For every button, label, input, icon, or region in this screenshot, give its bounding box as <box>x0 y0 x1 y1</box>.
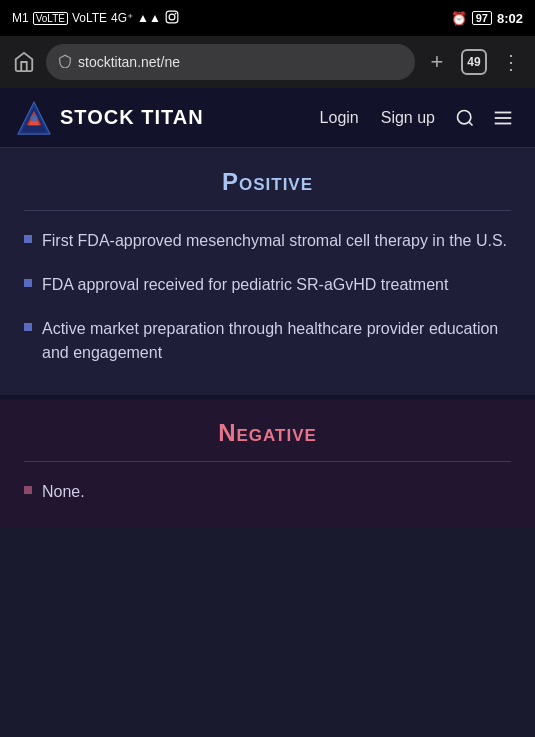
negative-section-title: Negative <box>24 419 511 447</box>
search-button[interactable] <box>449 102 481 134</box>
svg-point-1 <box>169 14 175 20</box>
status-left: M1 VoLTE VoLTE 4G⁺ ▲▲ <box>12 10 179 27</box>
instagram-icon <box>165 10 179 27</box>
shield-icon <box>58 54 72 71</box>
positive-section-title: Positive <box>24 168 511 196</box>
url-text: stocktitan.net/ne <box>78 54 403 70</box>
positive-divider <box>24 210 511 211</box>
list-item: Active market preparation through health… <box>24 317 511 365</box>
bullet-icon <box>24 486 32 494</box>
list-item: None. <box>24 480 511 504</box>
volte-label: VoLTE <box>33 12 68 25</box>
svg-point-6 <box>458 110 471 123</box>
more-menu-button[interactable]: ⋮ <box>497 48 525 76</box>
signal-strength: VoLTE <box>72 11 107 25</box>
positive-list: First FDA-approved mesenchymal stromal c… <box>24 229 511 365</box>
content-area: Positive First FDA-approved mesenchymal … <box>0 148 535 737</box>
bullet-icon <box>24 235 32 243</box>
svg-point-5 <box>30 114 37 121</box>
new-tab-button[interactable]: + <box>423 48 451 76</box>
negative-divider <box>24 461 511 462</box>
list-item: FDA approval received for pediatric SR-a… <box>24 273 511 297</box>
alarm-icon: ⏰ <box>451 11 467 26</box>
status-bar: M1 VoLTE VoLTE 4G⁺ ▲▲ ⏰ 97 8:02 <box>0 0 535 36</box>
logo-icon <box>16 100 52 136</box>
url-bar[interactable]: stocktitan.net/ne <box>46 44 415 80</box>
browser-actions: + 49 ⋮ <box>423 48 525 76</box>
site-header: STOCK TITAN Login Sign up <box>0 88 535 148</box>
positive-section: Positive First FDA-approved mesenchymal … <box>0 148 535 399</box>
negative-item-1: None. <box>42 480 85 504</box>
home-button[interactable] <box>10 48 38 76</box>
negative-list: None. <box>24 480 511 504</box>
login-button[interactable]: Login <box>312 105 367 131</box>
network-gen: 4G⁺ <box>111 11 133 25</box>
negative-section: Negative None. <box>0 399 535 528</box>
positive-item-2: FDA approval received for pediatric SR-a… <box>42 273 448 297</box>
hamburger-menu-button[interactable] <box>487 102 519 134</box>
list-item: First FDA-approved mesenchymal stromal c… <box>24 229 511 253</box>
bullet-icon <box>24 279 32 287</box>
nav-links: Login Sign up <box>312 102 519 134</box>
svg-point-2 <box>175 12 177 14</box>
wifi-icon: ▲▲ <box>137 11 161 25</box>
carrier-label: M1 <box>12 11 29 25</box>
battery-icon: 97 <box>472 11 492 25</box>
logo-container[interactable]: STOCK TITAN <box>16 100 204 136</box>
clock-display: 8:02 <box>497 11 523 26</box>
positive-item-3: Active market preparation through health… <box>42 317 511 365</box>
positive-item-1: First FDA-approved mesenchymal stromal c… <box>42 229 507 253</box>
status-right: ⏰ 97 8:02 <box>451 11 523 26</box>
tab-count-button[interactable]: 49 <box>461 49 487 75</box>
browser-chrome: stocktitan.net/ne + 49 ⋮ <box>0 36 535 88</box>
signup-button[interactable]: Sign up <box>373 105 443 131</box>
logo-text: STOCK TITAN <box>60 106 204 129</box>
bullet-icon <box>24 323 32 331</box>
